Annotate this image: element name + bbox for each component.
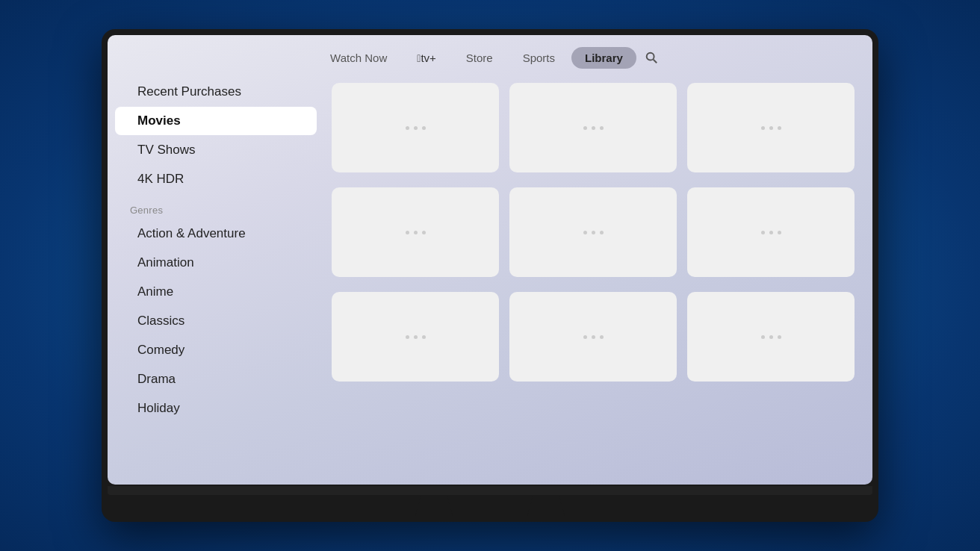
grid-card-3-1[interactable] <box>332 292 499 382</box>
grid-card-3-3[interactable] <box>687 292 855 382</box>
nav-watch-now[interactable]: Watch Now <box>317 47 400 69</box>
grid-card-2-2[interactable] <box>509 187 677 277</box>
search-button[interactable] <box>639 46 663 69</box>
grid-row-2 <box>332 187 855 277</box>
dot-3 <box>778 126 781 130</box>
grid-card-1-3[interactable] <box>687 83 855 172</box>
dot-2 <box>592 335 595 339</box>
tv-feet <box>415 495 565 516</box>
dot-3 <box>422 335 426 339</box>
sidebar-item-4k-hdr[interactable]: 4K HDR <box>115 165 317 193</box>
dot-1 <box>406 335 409 339</box>
dot-1 <box>583 126 587 130</box>
main-content: Recent Purchases Movies TV Shows 4K HDR … <box>108 77 872 485</box>
dot-3 <box>778 335 781 339</box>
grid-row-1 <box>332 83 855 172</box>
sidebar-item-comedy[interactable]: Comedy <box>115 336 317 364</box>
loading-dots <box>406 335 426 339</box>
tv-screen: Watch Now tv+ Store Sports Library Rece… <box>108 35 872 485</box>
nav-apple-tv[interactable]: tv+ <box>403 47 450 69</box>
dot-2 <box>769 335 773 339</box>
sidebar-item-holiday[interactable]: Holiday <box>115 394 317 423</box>
nav-library[interactable]: Library <box>571 47 636 69</box>
dot-3 <box>600 231 604 234</box>
sidebar-item-movies[interactable]: Movies <box>115 107 317 135</box>
dot-1 <box>761 231 765 234</box>
sidebar: Recent Purchases Movies TV Shows 4K HDR … <box>108 77 324 485</box>
tv-foot-right <box>527 495 565 516</box>
content-area <box>324 77 872 485</box>
dot-3 <box>422 231 426 234</box>
tv-stand-bar <box>108 486 872 495</box>
dot-2 <box>592 126 595 130</box>
sidebar-item-animation[interactable]: Animation <box>115 249 317 277</box>
dot-1 <box>761 126 765 130</box>
sidebar-item-recent-purchases[interactable]: Recent Purchases <box>115 78 317 106</box>
svg-point-0 <box>647 53 654 60</box>
svg-line-1 <box>654 60 657 63</box>
grid-card-2-3[interactable] <box>687 187 855 277</box>
dot-3 <box>422 126 426 130</box>
nav-bar: Watch Now tv+ Store Sports Library <box>108 35 872 77</box>
sidebar-item-action-adventure[interactable]: Action & Adventure <box>115 220 317 248</box>
sidebar-item-drama[interactable]: Drama <box>115 365 317 393</box>
dot-3 <box>600 335 604 339</box>
sidebar-item-classics[interactable]: Classics <box>115 307 317 335</box>
dot-1 <box>406 126 409 130</box>
tv-foot-left <box>415 495 453 516</box>
genres-section-label: Genres <box>108 194 324 219</box>
nav-sports[interactable]: Sports <box>509 47 568 69</box>
grid-card-1-1[interactable] <box>332 83 499 172</box>
dot-1 <box>583 335 587 339</box>
loading-dots <box>761 335 781 339</box>
search-icon <box>645 51 658 64</box>
dot-2 <box>592 231 595 234</box>
tv-frame: Watch Now tv+ Store Sports Library Rece… <box>102 29 878 522</box>
loading-dots <box>761 126 781 130</box>
dot-2 <box>769 231 773 234</box>
sidebar-item-anime[interactable]: Anime <box>115 278 317 306</box>
grid-card-1-2[interactable] <box>509 83 677 172</box>
dot-1 <box>583 231 587 234</box>
dot-2 <box>769 126 773 130</box>
dot-2 <box>414 126 418 130</box>
dot-1 <box>761 335 765 339</box>
loading-dots <box>406 231 426 234</box>
dot-3 <box>600 126 604 130</box>
loading-dots <box>583 126 604 130</box>
grid-row-3 <box>332 292 855 382</box>
nav-store[interactable]: Store <box>453 47 506 69</box>
sidebar-item-tv-shows[interactable]: TV Shows <box>115 136 317 164</box>
dot-3 <box>778 231 781 234</box>
dot-1 <box>406 231 409 234</box>
grid-card-2-1[interactable] <box>332 187 499 277</box>
loading-dots <box>761 231 781 234</box>
loading-dots <box>583 335 604 339</box>
grid-card-3-2[interactable] <box>509 292 677 382</box>
loading-dots <box>583 231 604 234</box>
loading-dots <box>406 126 426 130</box>
dot-2 <box>414 231 418 234</box>
dot-2 <box>414 335 418 339</box>
